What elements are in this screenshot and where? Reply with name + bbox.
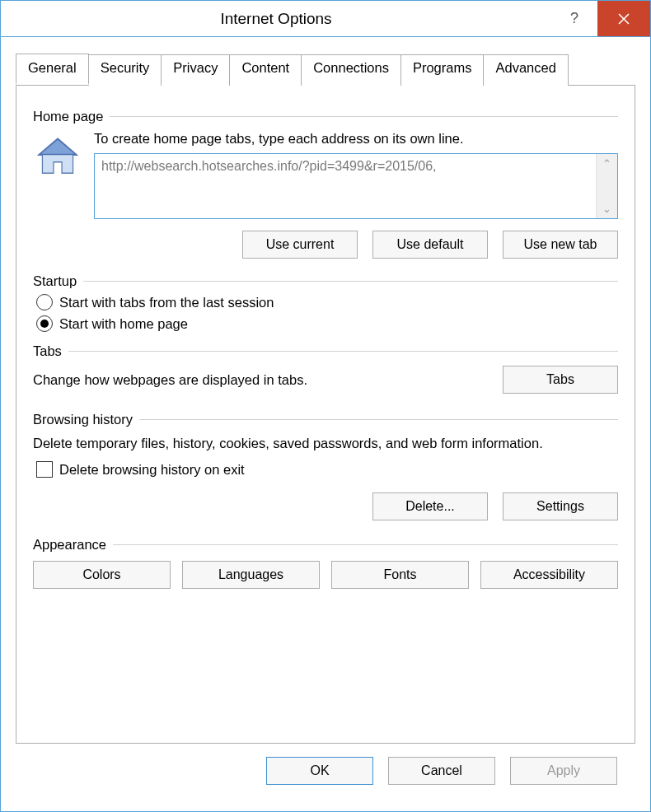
- divider: [68, 351, 618, 352]
- tab-connections[interactable]: Connections: [301, 54, 401, 86]
- help-button[interactable]: ?: [551, 1, 597, 36]
- tab-privacy[interactable]: Privacy: [161, 54, 230, 86]
- general-panel: Home page To create home page tabs, type…: [16, 85, 635, 744]
- tabs-label: Tabs: [33, 343, 68, 359]
- fonts-button[interactable]: Fonts: [331, 561, 469, 589]
- checkbox-icon: [36, 461, 53, 478]
- radio-icon: [36, 315, 53, 332]
- close-icon: [617, 12, 630, 26]
- radio-last-session[interactable]: Start with tabs from the last session: [36, 294, 618, 310]
- settings-button[interactable]: Settings: [503, 492, 618, 520]
- close-button[interactable]: [597, 1, 650, 36]
- chevron-down-icon: ⌄: [602, 203, 611, 215]
- radio-home-page[interactable]: Start with home page: [36, 315, 618, 332]
- tab-security[interactable]: Security: [88, 54, 162, 86]
- tab-advanced[interactable]: Advanced: [483, 54, 568, 86]
- homepage-label: Home page: [33, 109, 110, 124]
- internet-options-window: Internet Options ? General Security Priv…: [0, 0, 651, 812]
- appearance-label: Appearance: [33, 537, 113, 553]
- dialog-footer: OK Cancel Apply: [16, 744, 635, 801]
- homepage-group-header: Home page: [33, 109, 618, 124]
- chevron-up-icon: ⌃: [602, 157, 611, 170]
- client-area: General Security Privacy Content Connect…: [1, 37, 650, 811]
- use-current-button[interactable]: Use current: [242, 231, 358, 259]
- delete-on-exit-checkbox[interactable]: Delete browsing history on exit: [36, 461, 618, 478]
- homepage-row: To create home page tabs, type each addr…: [33, 131, 618, 259]
- divider: [110, 116, 618, 117]
- delete-on-exit-label: Delete browsing history on exit: [59, 462, 245, 478]
- titlebar: Internet Options ?: [1, 1, 650, 37]
- divider: [83, 281, 618, 282]
- apply-button[interactable]: Apply: [510, 757, 617, 785]
- tabs-group-header: Tabs: [33, 343, 618, 359]
- accessibility-button[interactable]: Accessibility: [480, 561, 618, 589]
- colors-button[interactable]: Colors: [33, 561, 171, 589]
- home-icon: [33, 131, 82, 259]
- tab-programs[interactable]: Programs: [400, 54, 485, 86]
- history-group-header: Browsing history: [33, 412, 618, 427]
- tab-general[interactable]: General: [16, 54, 89, 85]
- radio-last-session-label: Start with tabs from the last session: [59, 295, 274, 310]
- ok-button[interactable]: OK: [266, 757, 373, 785]
- window-title: Internet Options: [1, 1, 551, 36]
- divider: [139, 419, 618, 420]
- divider: [113, 544, 618, 545]
- scrollbar[interactable]: ⌃ ⌄: [596, 154, 617, 218]
- cancel-button[interactable]: Cancel: [388, 757, 495, 785]
- tabs-button[interactable]: Tabs: [503, 366, 618, 394]
- history-buttons: Delete... Settings: [33, 492, 618, 520]
- homepage-buttons: Use current Use default Use new tab: [94, 231, 618, 259]
- startup-label: Startup: [33, 273, 83, 289]
- svg-marker-2: [41, 140, 75, 154]
- tabs-row: Change how webpages are displayed in tab…: [33, 366, 618, 394]
- homepage-right: To create home page tabs, type each addr…: [94, 131, 618, 259]
- tab-content[interactable]: Content: [229, 54, 302, 86]
- tabs-desc: Change how webpages are displayed in tab…: [33, 372, 486, 388]
- homepage-desc: To create home page tabs, type each addr…: [94, 131, 618, 147]
- use-new-tab-button[interactable]: Use new tab: [503, 231, 618, 259]
- history-label: Browsing history: [33, 412, 139, 427]
- homepage-url-input[interactable]: http://websearch.hotsearches.info/?pid=3…: [94, 153, 618, 219]
- delete-button[interactable]: Delete...: [372, 492, 488, 520]
- languages-button[interactable]: Languages: [182, 561, 320, 589]
- homepage-url-text: http://websearch.hotsearches.info/?pid=3…: [95, 154, 596, 218]
- radio-icon: [36, 294, 53, 310]
- appearance-group-header: Appearance: [33, 537, 618, 553]
- appearance-buttons: Colors Languages Fonts Accessibility: [33, 561, 618, 589]
- startup-group-header: Startup: [33, 273, 618, 289]
- history-desc: Delete temporary files, history, cookies…: [33, 434, 618, 453]
- use-default-button[interactable]: Use default: [372, 231, 488, 259]
- tabstrip: General Security Privacy Content Connect…: [16, 54, 635, 85]
- radio-home-page-label: Start with home page: [59, 316, 188, 332]
